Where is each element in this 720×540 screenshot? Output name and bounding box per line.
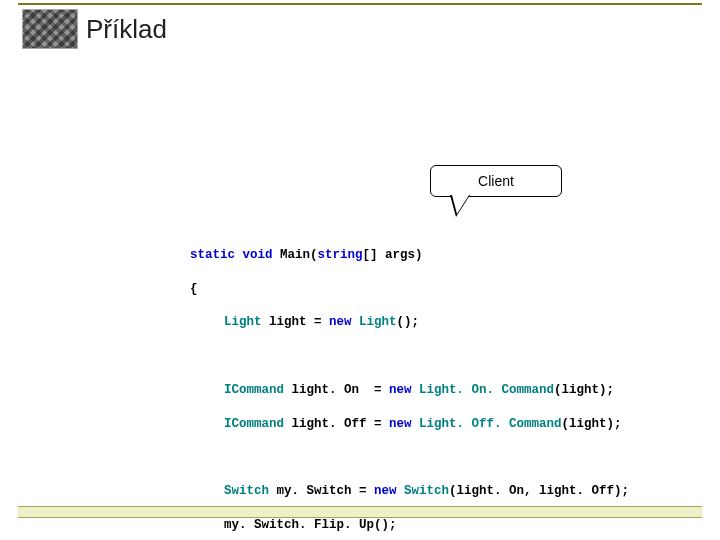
code-blank-line xyxy=(190,449,629,466)
code-text: (); xyxy=(397,315,420,329)
bottom-rule xyxy=(18,506,702,518)
code-line: my. Switch. Flip. Up(); xyxy=(224,517,629,534)
code-blank-line xyxy=(190,348,629,365)
code-text: [] args) xyxy=(363,248,423,262)
code-line: Light light = new Light(); xyxy=(224,314,629,331)
page-title: Příklad xyxy=(86,14,167,45)
code-text: my. Switch = xyxy=(269,484,374,498)
code-line: Switch my. Switch = new Switch(light. On… xyxy=(224,483,629,500)
type: Light xyxy=(359,315,397,329)
type: Light. On. Command xyxy=(419,383,554,397)
logo-image xyxy=(22,9,78,49)
type: Light xyxy=(224,315,262,329)
type: Light. Off. Command xyxy=(419,417,562,431)
code-line: static void Main(string[] args) xyxy=(190,247,629,264)
code-text: light. Off = xyxy=(284,417,389,431)
code-sample: static void Main(string[] args) { Light … xyxy=(190,230,629,540)
code-text: (light. On, light. Off); xyxy=(449,484,629,498)
keyword: new xyxy=(329,315,359,329)
type: ICommand xyxy=(224,417,284,431)
client-callout: Client xyxy=(430,165,562,197)
type: ICommand xyxy=(224,383,284,397)
keyword: string xyxy=(318,248,363,262)
code-text: (light); xyxy=(554,383,614,397)
code-text: (light); xyxy=(562,417,622,431)
code-line: ICommand light. Off = new Light. Off. Co… xyxy=(224,416,629,433)
code-text: light. On = xyxy=(284,383,389,397)
keyword: new xyxy=(374,484,404,498)
code-line: { xyxy=(190,281,629,298)
top-rule xyxy=(18,3,702,5)
keyword: new xyxy=(389,383,419,397)
keyword: static void xyxy=(190,248,273,262)
code-text: light = xyxy=(262,315,330,329)
code-line: ICommand light. On = new Light. On. Comm… xyxy=(224,382,629,399)
type: Switch xyxy=(224,484,269,498)
code-text: Main( xyxy=(273,248,318,262)
type: Switch xyxy=(404,484,449,498)
callout-tail-icon xyxy=(450,195,470,217)
keyword: new xyxy=(389,417,419,431)
